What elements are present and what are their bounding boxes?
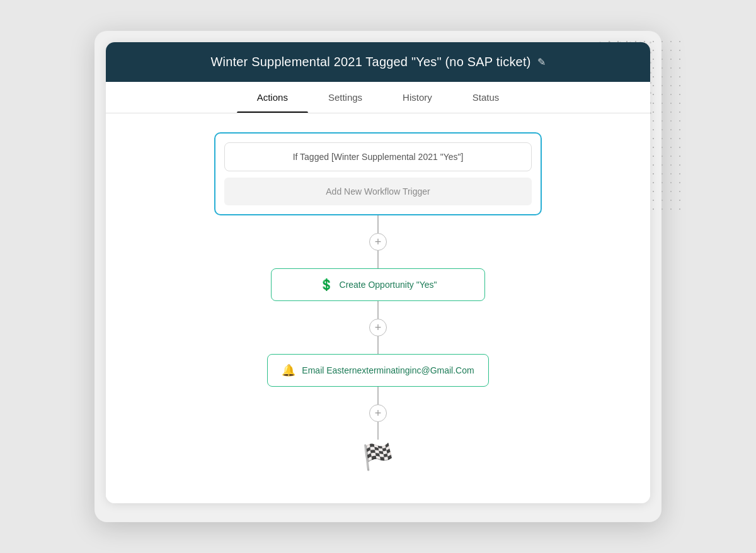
card-header: Winter Supplemental 2021 Tagged "Yes" (n… (106, 42, 650, 82)
workflow-title: Winter Supplemental 2021 Tagged "Yes" (n… (210, 55, 530, 69)
tab-settings[interactable]: Settings (308, 82, 382, 113)
trigger-condition: If Tagged [Winter Supplemental 2021 "Yes… (224, 142, 532, 171)
action-label-email: Email Easternexterminatinginc@Gmail.Com (302, 365, 474, 375)
edit-icon[interactable]: ✎ (537, 56, 546, 68)
connector-line (377, 387, 379, 404)
action-node-email[interactable]: 🔔 Email Easternexterminatinginc@Gmail.Co… (267, 354, 488, 387)
connector-1: + (369, 215, 387, 268)
email-bell-icon: 🔔 (282, 363, 295, 377)
connector-line (377, 301, 379, 319)
finish-flag-icon: 🏁 (362, 442, 394, 472)
action-node-create-opportunity[interactable]: 💲 Create Opportunity "Yes" (271, 268, 485, 301)
main-card: Winter Supplemental 2021 Tagged "Yes" (n… (106, 42, 650, 503)
trigger-box: If Tagged [Winter Supplemental 2021 "Yes… (214, 132, 542, 215)
outer-wrapper: Winter Supplemental 2021 Tagged "Yes" (n… (94, 31, 662, 522)
add-step-button-2[interactable]: + (369, 319, 387, 336)
connector-line (377, 422, 379, 440)
tab-history[interactable]: History (382, 82, 452, 113)
connector-2: + (369, 301, 387, 354)
opportunity-icon: 💲 (319, 278, 333, 292)
connector-line (377, 251, 379, 268)
tabs-bar: Actions Settings History Status (106, 82, 650, 113)
card-body: If Tagged [Winter Supplemental 2021 "Yes… (106, 113, 650, 503)
connector-line (377, 336, 379, 354)
add-step-button-3[interactable]: + (369, 404, 387, 422)
action-label-create-opportunity: Create Opportunity "Yes" (340, 280, 437, 290)
add-trigger-button[interactable]: Add New Workflow Trigger (224, 178, 532, 205)
connector-3: + (369, 387, 387, 440)
tab-status[interactable]: Status (452, 82, 520, 113)
connector-line (377, 215, 379, 233)
add-step-button-1[interactable]: + (369, 233, 387, 251)
tab-actions[interactable]: Actions (237, 82, 308, 113)
